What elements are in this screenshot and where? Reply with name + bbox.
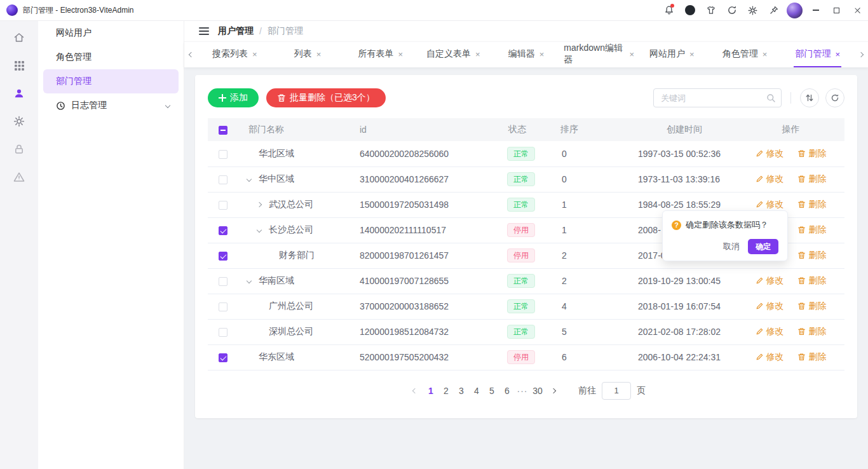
sidebar-item-日志管理[interactable]: 日志管理: [43, 93, 179, 118]
delete-button[interactable]: 删除: [797, 250, 826, 261]
delete-button[interactable]: 删除: [797, 199, 826, 210]
confirm-button[interactable]: 确定: [748, 239, 778, 254]
tab-close-icon[interactable]: ×: [629, 50, 634, 58]
window-maximize-button[interactable]: [826, 0, 847, 20]
user-avatar[interactable]: [784, 0, 805, 20]
row-checkbox[interactable]: [219, 150, 227, 159]
add-button[interactable]: 添加: [208, 88, 259, 107]
page-number[interactable]: 4: [469, 383, 484, 399]
home-icon: [13, 31, 25, 44]
keyword-search-input[interactable]: [661, 93, 766, 103]
theme-button[interactable]: [700, 0, 721, 20]
sort-toggle-button[interactable]: [800, 88, 819, 107]
edit-button[interactable]: 修改: [756, 326, 784, 337]
cancel-button[interactable]: 取消: [723, 241, 740, 252]
edit-button[interactable]: 修改: [756, 173, 784, 185]
tab-搜索列表[interactable]: 搜索列表 ×: [198, 42, 271, 67]
row-checkbox[interactable]: [219, 328, 227, 337]
expand-arrow-icon[interactable]: [257, 228, 269, 232]
delete-button[interactable]: 删除: [797, 148, 826, 160]
rail-error-log-button[interactable]: [5, 163, 33, 191]
tabs-scroll-left-button[interactable]: [184, 53, 198, 57]
edit-button[interactable]: 修改: [756, 301, 784, 312]
tab-所有表单[interactable]: 所有表单 ×: [344, 42, 417, 67]
tab-网站用户[interactable]: 网站用户 ×: [635, 42, 709, 67]
collapse-menu-button[interactable]: [199, 27, 209, 35]
sidebar-item-部门管理[interactable]: 部门管理: [43, 69, 179, 93]
settings-button[interactable]: [742, 0, 763, 20]
prev-page-button[interactable]: [407, 389, 423, 393]
titlebar-actions: [658, 0, 868, 20]
breadcrumb-section[interactable]: 用户管理: [218, 25, 254, 37]
window-close-button[interactable]: [847, 0, 868, 20]
delete-button[interactable]: 删除: [797, 173, 826, 185]
tab-close-icon[interactable]: ×: [835, 50, 840, 58]
tab-close-icon[interactable]: ×: [252, 50, 257, 58]
batch-delete-button[interactable]: 批量删除（已选3个）: [266, 88, 386, 107]
row-checkbox[interactable]: [219, 175, 227, 184]
github-button[interactable]: [679, 0, 700, 20]
page-number[interactable]: ···: [515, 383, 530, 399]
tab-close-icon[interactable]: ×: [539, 50, 545, 58]
rail-home-button[interactable]: [5, 24, 33, 51]
rail-settings-button[interactable]: [5, 107, 33, 135]
row-checkbox[interactable]: [219, 226, 227, 235]
page-number[interactable]: 5: [484, 383, 499, 399]
table-header-row: 部门名称 id 状态 排序 创建时间 操作: [208, 118, 844, 141]
edit-button[interactable]: 修改: [756, 199, 784, 210]
keyword-search-box: [653, 88, 782, 107]
refresh-button[interactable]: [721, 0, 742, 20]
status-badge: 正常: [507, 147, 535, 161]
trash-icon: [277, 93, 286, 102]
rail-apps-button[interactable]: [5, 51, 33, 79]
tab-编辑器[interactable]: 编辑器 ×: [490, 42, 563, 67]
next-page-button[interactable]: [545, 389, 562, 393]
rail-users-button[interactable]: [5, 79, 33, 107]
edit-button[interactable]: 修改: [756, 351, 784, 363]
tab-close-icon[interactable]: ×: [763, 50, 768, 58]
sidebar-item-角色管理[interactable]: 角色管理: [43, 45, 179, 69]
goto-page-input[interactable]: [602, 382, 631, 400]
maximize-icon: [834, 8, 839, 13]
page-number[interactable]: 6: [499, 383, 515, 399]
edit-button[interactable]: 修改: [756, 275, 784, 287]
tabs-scroll-right-button[interactable]: [854, 53, 868, 57]
window-minimize-button[interactable]: [805, 0, 826, 20]
pin-button[interactable]: [763, 0, 784, 20]
row-checkbox[interactable]: [219, 353, 227, 362]
delete-button[interactable]: 删除: [797, 275, 826, 287]
avatar-image: [787, 3, 803, 18]
delete-button[interactable]: 删除: [797, 351, 826, 363]
tab-close-icon[interactable]: ×: [475, 50, 480, 58]
tab-列表[interactable]: 列表 ×: [271, 42, 344, 67]
select-all-checkbox[interactable]: [219, 126, 227, 135]
page-number[interactable]: 3: [454, 383, 469, 399]
created-time: 2019-10-29 13:00:45: [638, 276, 721, 286]
page-number[interactable]: 2: [438, 383, 454, 399]
tab-自定义表单[interactable]: 自定义表单 ×: [417, 42, 490, 67]
notification-bell-button[interactable]: [658, 0, 679, 20]
tab-角色管理[interactable]: 角色管理 ×: [709, 42, 782, 67]
tab-部门管理[interactable]: 部门管理 ×: [781, 42, 854, 67]
delete-button[interactable]: 删除: [797, 326, 826, 337]
expand-arrow-icon[interactable]: [257, 203, 269, 207]
delete-button[interactable]: 删除: [797, 301, 826, 312]
tab-markdown编辑器[interactable]: markdown编辑器 ×: [562, 42, 635, 67]
page-number[interactable]: 1: [423, 383, 438, 399]
row-checkbox[interactable]: [219, 277, 227, 286]
delete-button[interactable]: 删除: [797, 224, 826, 236]
expand-arrow-icon[interactable]: [247, 279, 259, 283]
department-id: 370000200003188652: [360, 301, 449, 311]
tab-close-icon[interactable]: ×: [689, 50, 695, 58]
row-checkbox[interactable]: [219, 201, 227, 210]
page-number[interactable]: 30: [530, 383, 545, 399]
expand-arrow-icon[interactable]: [247, 177, 259, 181]
edit-button[interactable]: 修改: [756, 148, 784, 160]
table-refresh-button[interactable]: [825, 88, 844, 107]
rail-security-button[interactable]: [5, 135, 33, 163]
tab-close-icon[interactable]: ×: [316, 50, 322, 58]
tab-close-icon[interactable]: ×: [398, 50, 403, 58]
row-checkbox[interactable]: [219, 302, 227, 311]
sidebar-item-网站用户[interactable]: 网站用户: [43, 21, 179, 45]
row-checkbox[interactable]: [219, 252, 227, 261]
